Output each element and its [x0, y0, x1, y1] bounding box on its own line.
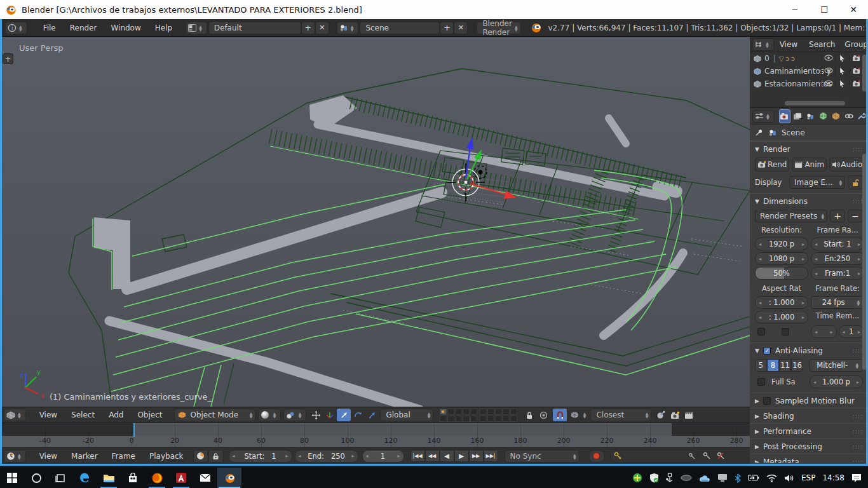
section-render[interactable]: ▼ Render ::::	[750, 141, 868, 156]
action-center-icon[interactable]	[851, 473, 862, 483]
minimize-button[interactable]: ─	[780, 0, 810, 19]
outliner-row[interactable]: Caminamientos y	[750, 65, 868, 78]
jump-to-start-button[interactable]: |◀◀	[410, 450, 425, 462]
section-post-processing[interactable]: ▶Post Processing::::	[750, 438, 868, 454]
maximize-button[interactable]: ☐	[810, 0, 839, 19]
pin-icon[interactable]	[755, 128, 763, 137]
pivot-point-selector[interactable]: ▲▼	[283, 409, 306, 421]
render-audio-button[interactable]: Audio	[829, 158, 865, 172]
aspect-x-field[interactable]: ◂: 1.000▸	[755, 296, 808, 309]
menu-add[interactable]: Add	[102, 410, 130, 419]
keying-set-field[interactable]	[610, 450, 698, 463]
toolshelf-expand-button[interactable]: +	[3, 53, 13, 64]
add-preset-button[interactable]: +	[830, 210, 845, 222]
layer-cell[interactable]	[455, 416, 462, 422]
selectability-cursor-icon[interactable]	[835, 55, 849, 62]
layer-cell[interactable]	[470, 409, 477, 415]
outliner-menu-search[interactable]: Search	[803, 40, 841, 49]
viewport-3d[interactable]: z y x User Persp + (1) Caminamientos y e…	[0, 37, 750, 407]
edge-button[interactable]	[72, 468, 97, 488]
fps-selector[interactable]: 24 fps▲▼	[811, 296, 864, 309]
translate-manipulator-button[interactable]	[337, 409, 351, 421]
scene-selector[interactable]: Scene	[360, 22, 440, 34]
opengl-render-button[interactable]	[654, 409, 668, 421]
tab-constraints[interactable]	[843, 109, 855, 123]
lock-time-cursor-toggle[interactable]	[208, 450, 224, 463]
layer-cell[interactable]	[470, 416, 477, 422]
current-frame-indicator[interactable]	[133, 423, 135, 437]
tl-menu-frame[interactable]: Frame	[105, 452, 142, 461]
mail-button[interactable]	[193, 468, 217, 488]
render-animation-button[interactable]: Anim	[792, 158, 827, 172]
frame-end-field[interactable]: ◂End: 250▸	[295, 450, 358, 463]
menu-select[interactable]: Select	[64, 410, 102, 419]
aa-samples-11[interactable]: 11	[779, 359, 791, 372]
outliner-hscrollbar[interactable]	[785, 101, 845, 105]
file-explorer-button[interactable]	[97, 468, 121, 488]
device-icon[interactable]	[681, 475, 692, 481]
layer-cell[interactable]	[455, 409, 462, 415]
layer-cell[interactable]	[503, 416, 510, 422]
antivirus-icon[interactable]	[632, 473, 642, 483]
lock-interface-button[interactable]	[848, 175, 863, 189]
renderability-camera-icon[interactable]	[849, 80, 863, 88]
insert-keyframe-button[interactable]	[700, 450, 714, 463]
layer-cell[interactable]	[480, 409, 487, 415]
scene-icon-button[interactable]: ▲▼	[337, 22, 359, 34]
delete-keyframe-button[interactable]	[714, 450, 728, 463]
cortana-button[interactable]	[24, 468, 48, 488]
volume-icon[interactable]	[784, 474, 794, 482]
mode-selector[interactable]: Object Mode ▲▼	[174, 409, 255, 421]
visibility-eye-icon[interactable]	[821, 55, 835, 62]
aa-filter-selector[interactable]: Mitchell-▲▼	[810, 359, 863, 372]
language-indicator[interactable]: ESP	[801, 473, 815, 482]
clock[interactable]: 14:58	[822, 473, 844, 482]
resolution-y-field[interactable]: ◂1080 p▸	[755, 252, 808, 265]
autocad-button[interactable]	[169, 468, 193, 488]
section-performance[interactable]: ▶Performance::::	[750, 423, 868, 438]
editor-type-properties-button[interactable]: ▲▼	[752, 110, 775, 123]
outliner-menu-groups[interactable]: Groups	[841, 40, 868, 49]
jump-to-end-button[interactable]: ▶▶|	[484, 450, 498, 462]
frame-start-field[interactable]: ◂Start: 1▸	[229, 450, 292, 463]
aspect-y-field[interactable]: ◂: 1.000▸	[755, 311, 808, 323]
delete-layout-button[interactable]: ✕	[315, 22, 329, 34]
layer-cell[interactable]	[447, 409, 454, 415]
add-scene-button[interactable]: +	[440, 22, 454, 34]
tl-menu-playback[interactable]: Playback	[142, 452, 191, 461]
add-layout-button[interactable]: +	[301, 22, 315, 34]
border-checkbox[interactable]	[757, 328, 765, 336]
menu-help[interactable]: Help	[148, 24, 179, 32]
render-still-button[interactable]	[668, 409, 682, 421]
snap-element-selector[interactable]: ▲▼	[569, 409, 590, 421]
scale-manipulator-button[interactable]	[365, 409, 379, 421]
transform-orientation-selector[interactable]: Global ▲▼	[380, 409, 433, 421]
layer-cell[interactable]	[463, 416, 470, 422]
outliner-menu-view[interactable]: View	[774, 40, 803, 49]
selectability-cursor-icon[interactable]	[835, 67, 849, 75]
aa-samples-8[interactable]: 8	[767, 359, 779, 372]
firefox-button[interactable]	[145, 468, 169, 488]
tl-menu-marker[interactable]: Marker	[64, 452, 104, 461]
editor-type-outliner-button[interactable]: ▲▼	[752, 38, 774, 51]
section-metadata[interactable]: ▶Metadata::::	[750, 454, 868, 463]
snap-target-selector[interactable]: Closest ▲▼	[590, 409, 651, 421]
visibility-eye-icon[interactable]	[821, 67, 835, 75]
viewport-shading-selector[interactable]: ▲▼	[258, 409, 281, 421]
tab-scene[interactable]	[804, 109, 816, 123]
resolution-percentage-slider[interactable]: 50%	[755, 267, 808, 280]
remap-new-field[interactable]: ◂1▸	[839, 325, 865, 338]
layer-cell[interactable]	[510, 409, 517, 415]
aa-samples-16[interactable]: 16	[791, 359, 803, 372]
section-sampled-motion-blur[interactable]: ▶ Sampled Motion Blur	[750, 393, 868, 408]
tab-world[interactable]	[817, 109, 829, 123]
layer-cell[interactable]	[487, 416, 494, 422]
full-sample-checkbox[interactable]	[757, 378, 765, 386]
store-button[interactable]	[121, 468, 145, 488]
tab-object[interactable]	[831, 109, 842, 123]
frame-step-field[interactable]: ◂Fram:1▸	[811, 267, 864, 280]
display-icon[interactable]	[717, 473, 728, 482]
display-mode-selector[interactable]: Image E... ▲▼	[789, 176, 845, 189]
frame-dropping-toggle[interactable]	[193, 450, 208, 463]
proportional-edit-button[interactable]	[536, 409, 550, 421]
